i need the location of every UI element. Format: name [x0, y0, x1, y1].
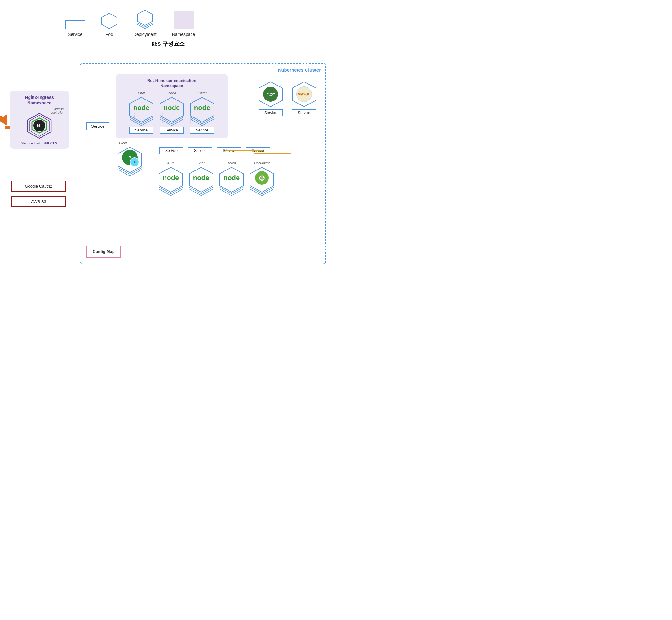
- svg-line-22: [190, 119, 202, 125]
- chat-service-box: Service: [129, 127, 153, 134]
- editor-node-icon: node: [194, 104, 210, 112]
- mysql-service-box: Service: [292, 109, 316, 116]
- mysql-hex: MySQL: [291, 81, 318, 108]
- svg-line-20: [190, 117, 202, 124]
- legend-namespace-label: Namespace: [172, 32, 195, 37]
- front-hex: N ⚛: [116, 146, 144, 176]
- document-label: Document: [254, 161, 270, 165]
- legend-item-deployment: Deployment: [133, 9, 157, 37]
- svg-line-35: [171, 189, 183, 196]
- ingress-arrow-body: [0, 116, 2, 120]
- legend-item-service: Service: [65, 20, 85, 37]
- nginx-icon: N+: [31, 117, 47, 134]
- google-oauth2-box: Google Oauth2: [11, 181, 66, 192]
- front-icon: N ⚛: [122, 150, 138, 165]
- user-hex: node: [188, 166, 215, 196]
- svg-line-40: [201, 189, 213, 196]
- team-hex: node: [218, 166, 245, 196]
- svg-line-30: [130, 169, 142, 176]
- mongodb-hex: mongo DB: [257, 81, 284, 108]
- auth-pod-container: Auth node: [157, 161, 185, 196]
- front-pod-area: Front N ⚛: [116, 141, 144, 176]
- config-map-box: Config Map: [87, 246, 121, 258]
- svg-line-44: [220, 189, 231, 196]
- main-diagram: Nginx-Ingress Namespace Ingresscontrolle…: [10, 63, 326, 274]
- aws-s3-box: AWS S3: [11, 196, 66, 207]
- rt-namespace-title: Real-time communication Namespace: [119, 78, 224, 89]
- bottom-pods-row: Auth node User: [157, 161, 275, 196]
- editor-hex: node: [189, 96, 216, 125]
- svg-line-32: [159, 187, 171, 194]
- nginx-pod-wrap: Ingresscontroller N+: [14, 108, 65, 140]
- mysql-icon: MySQL: [296, 87, 312, 102]
- ingress-namespace-block: Nginx-Ingress Namespace Ingresscontrolle…: [10, 91, 69, 149]
- user-node-icon: node: [193, 174, 210, 182]
- chat-hex: node: [128, 96, 155, 125]
- bottom-services-row: Service Service Service Service: [159, 147, 270, 154]
- video-service-box: Service: [160, 127, 184, 134]
- chat-node-icon: node: [133, 104, 150, 112]
- svg-line-50: [262, 189, 274, 196]
- svg-marker-1: [137, 10, 153, 25]
- legend-pod-label: Pod: [105, 32, 113, 37]
- legend-service-label: Service: [68, 32, 83, 37]
- k8s-cluster-label: Kubernetes Cluster: [278, 67, 321, 72]
- editor-service-box: Service: [190, 127, 214, 134]
- svg-line-48: [262, 187, 274, 194]
- editor-pod-container: Editor node Se: [189, 91, 216, 134]
- k8s-cluster-box: Kubernetes Cluster Service Real-time com…: [80, 63, 326, 264]
- chat-label: Chat: [138, 91, 145, 95]
- svg-line-39: [189, 189, 201, 196]
- team-label: Team: [227, 161, 236, 165]
- ssl-label: Secured with SSL/TLS: [14, 141, 65, 145]
- document-pod-container: Document ⏻: [248, 161, 275, 196]
- svg-line-23: [202, 119, 214, 125]
- svg-line-33: [171, 187, 183, 194]
- svg-line-13: [141, 119, 153, 125]
- user-pod-container: User node: [188, 161, 215, 196]
- svg-line-11: [141, 117, 153, 124]
- mongodb-container: mongo DB Service: [257, 81, 284, 116]
- user-label: User: [198, 161, 205, 165]
- video-pod-container: Video node Ser: [158, 91, 185, 134]
- auth-node-icon: node: [163, 174, 179, 182]
- svg-line-15: [160, 117, 172, 124]
- db-pods-area: mongo DB Service MySQ: [257, 81, 318, 116]
- document-hex: ⏻: [248, 166, 275, 196]
- legend-item-pod: Pod: [101, 12, 118, 37]
- auth-hex: node: [157, 166, 185, 196]
- svg-line-45: [231, 189, 243, 196]
- legend-pod-shape: [101, 12, 118, 30]
- svg-line-16: [172, 117, 184, 124]
- document-service-box: Service: [246, 147, 270, 154]
- legend-deployment-shape: [137, 9, 153, 30]
- legend-namespace-shape: [173, 11, 194, 30]
- svg-line-27: [118, 168, 130, 174]
- document-spring-icon: ⏻: [255, 171, 269, 185]
- svg-line-18: [172, 119, 184, 125]
- team-node-icon: node: [223, 174, 240, 182]
- legend-service-shape: [65, 20, 85, 30]
- mongodb-icon: mongo DB: [263, 87, 278, 102]
- team-pod-container: Team node: [218, 161, 245, 196]
- svg-line-34: [159, 189, 171, 196]
- front-label: Front: [119, 141, 127, 145]
- svg-line-29: [118, 169, 130, 176]
- svg-line-47: [250, 187, 262, 194]
- auth-service-box: Service: [159, 147, 184, 154]
- editor-label: Editor: [198, 91, 207, 95]
- chat-pod-container: Chat node Serv: [128, 91, 155, 134]
- legend-items: Service Pod Deployment: [9, 9, 327, 37]
- video-hex: node: [158, 96, 185, 125]
- video-node-icon: node: [164, 104, 180, 112]
- svg-line-37: [189, 187, 201, 194]
- legend-title: k8s 구성요소: [9, 40, 327, 47]
- svg-line-42: [220, 187, 231, 194]
- team-service-box: Service: [217, 147, 241, 154]
- legend-section: Service Pod Deployment: [9, 9, 327, 47]
- svg-line-21: [202, 117, 214, 124]
- external-boxes: Google Oauth2 AWS S3: [11, 181, 66, 207]
- svg-line-28: [130, 168, 142, 174]
- mysql-container: MySQL Service: [291, 81, 318, 116]
- auth-label: Auth: [167, 161, 174, 165]
